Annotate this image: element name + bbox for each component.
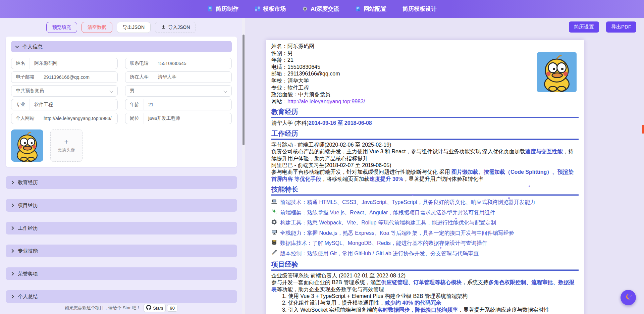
website-field[interactable]: 个人网站 http://ale.leleyangyang.top:9983/ — [11, 113, 118, 124]
chevron-right-icon — [10, 272, 14, 275]
projects-section-title: 项目经验 — [271, 260, 579, 269]
upload-icon — [161, 24, 166, 30]
nav-item-resume-builder[interactable]: 简历制作 — [207, 5, 238, 13]
personal-info-card: 个人信息 姓名 阿乐源码网 联系电话 15510830645 电子邮箱 2911… — [6, 37, 237, 167]
work-section-title: 工作经历 — [271, 129, 579, 138]
resume-settings-button[interactable]: 简历设置 — [569, 21, 599, 33]
nav-item-label: 网站配置 — [364, 5, 386, 13]
position-field[interactable]: 岗位 java开发工程师 — [125, 113, 232, 124]
resume-phone-line: 电话：15510830645 — [271, 64, 579, 71]
chevron-right-icon — [10, 249, 14, 253]
section-honors[interactable]: 荣誉奖项 — [6, 267, 237, 280]
nav-item-label: 模板市场 — [263, 5, 286, 13]
skill-item: 前端技术：精通 HTML5、CSS3、JavaScript、TypeScript… — [271, 199, 579, 206]
form-toolbar: 预览填充 清空数据 导出JSON 导入JSON — [0, 22, 242, 33]
top-navbar: 简历制作 模板市场 AI深度交流 网站配置 简历模板设计 — [0, 0, 644, 18]
phone-field[interactable]: 联系电话 15510830645 — [125, 58, 232, 69]
nav-item-template-design[interactable]: 简历模板设计 — [402, 5, 437, 13]
job-description: 参与电商平台移动端前端开发，针对加载缓慢问题进行性能诊断与优化 采用 图片懒加载… — [271, 169, 579, 182]
resume-gender-line: 性别：男 — [271, 50, 579, 57]
personal-info-title: 个人信息 — [22, 44, 43, 50]
skill-item: 前端框架：熟练掌握 Vue.js、React、Angular，能根据项目需求灵活… — [271, 209, 579, 216]
resume-doc-icon — [207, 6, 213, 12]
section-projects[interactable]: 项目经历 — [6, 199, 237, 212]
github-stars-badge[interactable]: Stars 90 — [144, 304, 177, 312]
preview-panel: 简历设置 导出PDF 姓名：阿乐源码网 性别：男 年龄：21 电话：155108… — [245, 18, 644, 314]
nav-item-label: 简历制作 — [216, 5, 238, 13]
export-json-button[interactable]: 导出JSON — [117, 22, 151, 33]
resume-website-link[interactable]: http://ale.leleyangyang.top:9983/ — [287, 99, 365, 104]
preview-actions: 简历设置 导出PDF — [569, 21, 636, 33]
resume-political-line: 政治面貌：中共预备党员 — [271, 91, 579, 98]
gender-select[interactable]: 男 — [125, 85, 232, 97]
nav-item-site-config[interactable]: 网站配置 — [355, 5, 386, 13]
skill-item: 构建工具：熟悉 Webpack、Vite、Rollup 等现代前端构建工具，能进… — [271, 219, 579, 226]
job-heading: 字节跳动 - 前端工程师(2020-02-06 至 2025-02-19) — [271, 142, 579, 148]
project-list-item: 3. 引入 WebSocket 实现前端与服务端的实时数据同步，降低接口轮询频率… — [282, 307, 579, 313]
dark-mode-toggle[interactable] — [621, 290, 636, 305]
avatar[interactable] — [11, 129, 43, 162]
resume-school-line: 学校：清华大学 — [271, 77, 579, 85]
job-heading: 阿里巴巴 - 前端实习生(2018-02-07 至 2019-06-05) — [271, 162, 579, 169]
section-work[interactable]: 工作经历 — [6, 222, 237, 234]
star-footer: 如果您喜欢这个项目，请给个 Star 吧！ Stars 90 — [0, 304, 242, 312]
job-description: 负责公司核心产品的前端开发，主力使用 Vue 3 和 React，参与组件设计与… — [271, 148, 579, 162]
section-divider — [271, 269, 579, 271]
gear-icon — [271, 219, 277, 226]
nav-item-ai-chat[interactable]: AI深度交流 — [302, 5, 339, 13]
section-divider — [271, 194, 579, 196]
preview-fill-button[interactable]: 预览填充 — [46, 22, 77, 33]
export-pdf-button[interactable]: 导出PDF — [606, 21, 636, 33]
database-icon — [271, 240, 277, 247]
section-education[interactable]: 教育经历 — [6, 176, 237, 189]
panel-scrollbar — [242, 18, 245, 314]
education-entry: 清华大学 (本科)2014-09-16 至 2018-06-08 — [271, 120, 579, 126]
panel-scrollbar-thumb[interactable] — [243, 35, 245, 145]
chevron-down-icon — [223, 89, 227, 93]
resume-age-line: 年龄：21 — [271, 57, 579, 64]
major-field[interactable]: 专业 软件工程 — [11, 99, 118, 110]
section-skills[interactable]: 专业技能 — [6, 245, 237, 257]
education-section-title: 教育经历 — [271, 107, 579, 116]
name-field[interactable]: 姓名 阿乐源码网 — [11, 58, 118, 69]
avatar-row: + 更换头像 — [11, 129, 232, 162]
project-description: 参与开发一套面向企业的 B2B 管理系统，涵盖供应链管理、订单管理等核心模块，系… — [271, 279, 579, 293]
chevron-right-icon — [10, 203, 14, 207]
change-avatar-button[interactable]: + 更换头像 — [50, 129, 83, 162]
chevron-down-icon — [15, 44, 19, 48]
chevron-right-icon — [10, 226, 14, 230]
import-json-button[interactable]: 导入JSON — [155, 22, 196, 33]
project-achievements: 1. 使用 Vue 3 + TypeScript + Element Plus … — [282, 293, 579, 313]
personal-info-header[interactable]: 个人信息 — [11, 41, 232, 52]
decoration-dot — [529, 186, 530, 187]
section-divider — [271, 139, 579, 140]
stars-count: 90 — [167, 305, 177, 312]
project-list-item: 2. 优化组件设计与复用，提升模块通用性，减少约 40% 的代码冗余 — [282, 300, 579, 306]
email-field[interactable]: 电子邮箱 2911396166@qq.com — [11, 71, 118, 83]
university-field[interactable]: 所在大学 清华大学 — [125, 71, 232, 83]
decoration-dot — [482, 232, 484, 234]
decoration-dot — [508, 197, 510, 199]
moon-icon — [624, 293, 633, 303]
project-list-item: 1. 使用 Vue 3 + TypeScript + Element Plus … — [282, 293, 579, 300]
skills-section-title: 技能特长 — [271, 185, 579, 194]
political-status-select[interactable]: 中共预备党员 — [11, 85, 118, 97]
age-field[interactable]: 年龄 21 — [125, 99, 232, 110]
clear-data-button[interactable]: 清空数据 — [82, 22, 112, 33]
personal-info-form: 姓名 阿乐源码网 联系电话 15510830645 电子邮箱 291139616… — [11, 58, 232, 124]
laptop-icon — [271, 199, 277, 206]
template-market-icon — [255, 6, 260, 12]
nav-item-template-market[interactable]: 模板市场 — [255, 5, 286, 13]
resume-preview: 姓名：阿乐源码网 性别：男 年龄：21 电话：15510830645 邮箱：29… — [266, 40, 584, 314]
project-heading: 企业级管理系统 前端负责人 (2021-02-01 至 2022-08-12) — [271, 272, 579, 279]
github-icon — [146, 305, 151, 311]
chevron-right-icon — [10, 180, 14, 184]
stars-label: Stars — [153, 306, 163, 311]
monitor-icon — [271, 229, 277, 237]
resume-name-line: 姓名：阿乐源码网 — [271, 43, 579, 50]
nav-item-label: AI深度交流 — [311, 5, 339, 13]
section-summary[interactable]: 个人总结 — [6, 290, 237, 303]
nav-item-label: 简历模板设计 — [402, 5, 437, 13]
skill-item: 版本控制：熟练使用 Git，常用 GitHub / GitLab 进行协作开发、… — [271, 250, 579, 257]
chevron-down-icon — [109, 89, 113, 93]
